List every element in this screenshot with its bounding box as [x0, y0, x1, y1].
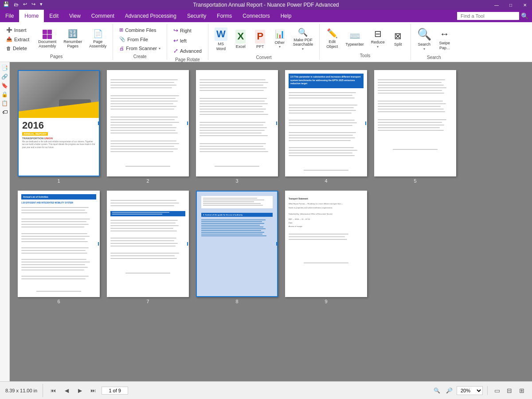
thumbnail-page-7[interactable]: 7	[103, 187, 192, 308]
redo-qat-btn[interactable]: ↪	[30, 1, 37, 8]
reduce-btn[interactable]: ⊟ Reduce ▾	[368, 27, 387, 51]
page-rotate-buttons: ↪ Right ↩ left ⤢ Advanced	[171, 26, 204, 55]
other-btn[interactable]: 📊 Other ▾	[271, 28, 289, 51]
find-tool-input[interactable]	[457, 12, 519, 20]
insert-label: Insert	[14, 27, 27, 33]
from-scanner-btn[interactable]: 🖨 From Scanner ▾	[117, 44, 163, 52]
first-page-btn[interactable]: ⏮	[48, 386, 58, 395]
thumbnail-page-5[interactable]: 5	[371, 66, 460, 187]
typewriter-btn[interactable]: ⌨️ Typewriter	[343, 29, 367, 49]
thumbnail-page-6[interactable]: Annual List of Activities 1.30 EFFICIENT…	[14, 187, 103, 308]
menu-edit[interactable]: Edit	[44, 10, 64, 22]
make-pdf-searchable-dropdown[interactable]: ▾	[302, 47, 304, 51]
thumbnail-page-4[interactable]: 2.5 This parameter is substantive and in…	[282, 66, 371, 187]
save-qat-btn[interactable]: 💾	[2, 1, 11, 8]
renumber-pages-btn[interactable]: 🔢 RenumberPages	[61, 27, 85, 50]
rotate-left-btn[interactable]: ↩ left	[171, 36, 204, 45]
minimize-btn[interactable]: —	[489, 0, 504, 10]
other-dropdown-arrow[interactable]: ▾	[279, 45, 281, 49]
page-num-8: 8	[235, 299, 238, 304]
thumbnail-page-2[interactable]: 2	[103, 66, 192, 187]
ribbon-group-convert: W MSWord X Excel P PPT 📊 Other ▾ 🔍 Make …	[208, 24, 320, 60]
find-tool-search-icon[interactable]: 🔍	[521, 12, 528, 20]
ribbon: ➕ Insert 📤 Extract 🗑 Delete	[0, 22, 532, 62]
doc-page-8: 2. Content of this guide for the use of …	[197, 192, 277, 296]
panel-tags[interactable]: 🏷	[1, 108, 9, 116]
zoom-in-btn[interactable]: 🔎	[444, 386, 454, 395]
page-assembly-label: PageAssembly	[89, 40, 106, 49]
extract-label: Extract	[14, 37, 29, 42]
search-btn[interactable]: 🔍 Search ▾	[415, 26, 434, 53]
ribbon-group-create: ⊞ Combine Files 📎 From File 🖨 From Scann…	[113, 24, 167, 60]
zoom-select[interactable]: 20% 10% 25% 50% 75% 100% 150% 200%	[457, 386, 483, 395]
menu-security[interactable]: Security	[182, 10, 211, 22]
panel-thumbnails[interactable]: 📑	[1, 64, 9, 72]
document-assembly-label: DocumentAssembly	[38, 40, 56, 49]
prev-page-btn[interactable]: ◀	[62, 386, 71, 395]
page-rotate-group-label: Page Rotate	[175, 55, 200, 62]
advanced-rotate-btn[interactable]: ⤢ Advanced	[171, 46, 204, 55]
status-bar: 8.39 x 11.00 in ⏮ ◀ ▶ ⏭ 🔍 🔎 20% 10% 25% …	[0, 381, 532, 399]
delete-btn[interactable]: 🗑 Delete	[4, 44, 32, 52]
document-assembly-btn[interactable]: DocumentAssembly	[35, 28, 59, 51]
ms-word-btn[interactable]: W MSWord	[212, 26, 230, 53]
open-qat-btn[interactable]: 🗁	[12, 1, 20, 8]
edit-object-label: EditObject	[326, 39, 338, 49]
menu-forms[interactable]: Forms	[211, 10, 237, 22]
doc-page-9: Transport Statement What Report Format —…	[286, 192, 366, 296]
undo-qat-btn[interactable]: ↩	[22, 1, 28, 8]
from-file-btn[interactable]: 📎 From File	[117, 35, 163, 43]
continuous-view-btn[interactable]: ⊟	[505, 386, 514, 395]
menu-advanced-processing[interactable]: Advanced Processing	[120, 10, 182, 22]
menu-view[interactable]: View	[64, 10, 86, 22]
from-scanner-dropdown[interactable]: ▾	[159, 47, 160, 51]
page-num-5: 5	[414, 178, 416, 184]
panel-bookmarks[interactable]: 🔖	[1, 82, 9, 90]
swipe-pages-label: SwipePap...	[439, 41, 450, 51]
menu-comment[interactable]: Comment	[86, 10, 120, 22]
thumb-wrapper-6: Annual List of Activities 1.30 EFFICIENT…	[18, 191, 100, 297]
thumbnail-page-9[interactable]: Transport Statement What Report Format —…	[282, 187, 371, 308]
maximize-btn[interactable]: □	[504, 0, 518, 10]
ppt-btn[interactable]: P PPT	[251, 28, 269, 51]
menu-home[interactable]: Home	[19, 10, 44, 22]
excel-btn[interactable]: X Excel	[232, 28, 250, 51]
close-btn[interactable]: ✕	[518, 0, 532, 10]
renumber-pages-label: RenumberPages	[63, 40, 82, 49]
search-dropdown[interactable]: ▾	[423, 47, 425, 51]
panel-security[interactable]: 🔒	[1, 90, 9, 98]
panel-links[interactable]: 🔗	[1, 73, 9, 81]
combine-files-btn[interactable]: ⊞ Combine Files	[117, 26, 163, 34]
menu-help[interactable]: Help	[275, 10, 297, 22]
page-assembly-btn[interactable]: 📄 PageAssembly	[86, 27, 109, 50]
make-pdf-searchable-btn[interactable]: 🔍 Make PDFSearchable ▾	[290, 26, 316, 53]
menu-file[interactable]: File	[0, 10, 19, 22]
insert-btn[interactable]: ➕ Insert	[4, 26, 32, 34]
thumb-wrapper-5	[374, 70, 456, 176]
next-page-btn[interactable]: ▶	[75, 386, 85, 395]
search-group-label: Search	[427, 53, 441, 60]
two-page-view-btn[interactable]: ⊞	[517, 386, 527, 395]
extract-btn[interactable]: 📤 Extract	[4, 35, 32, 43]
doc-page-5	[375, 71, 455, 176]
thumbnail-page-1[interactable]: 🚌 2016 ANNUAL REPORT TRANSPORTION UNION …	[14, 66, 103, 187]
swipe-pages-btn[interactable]: ↔️ SwipePap...	[436, 27, 454, 52]
last-page-btn[interactable]: ⏭	[88, 386, 98, 395]
thumb-wrapper-4: 2.5 This parameter is substantive and in…	[285, 70, 367, 176]
single-page-view-btn[interactable]: ▭	[492, 386, 502, 395]
window-controls: — □ ✕	[489, 0, 532, 10]
doc-page-3	[197, 71, 277, 176]
menu-connectors[interactable]: Connectors	[237, 10, 275, 22]
zoom-out-btn[interactable]: 🔍	[432, 386, 442, 395]
page-indicator-input[interactable]	[102, 387, 128, 395]
thumbnail-page-8[interactable]: 2. Content of this guide for the use of …	[192, 187, 282, 308]
search-label: Search	[418, 42, 431, 47]
split-btn[interactable]: ⊠ Split	[389, 29, 407, 49]
reduce-dropdown[interactable]: ▾	[377, 45, 379, 49]
panel-layers[interactable]: 📋	[1, 99, 9, 107]
dropdown-qat-btn[interactable]: ▾	[39, 1, 44, 8]
edit-object-btn[interactable]: ✏️ EditObject	[323, 26, 341, 51]
ribbon-group-page-rotate: ↪ Right ↩ left ⤢ Advanced Page Rotate	[167, 24, 208, 60]
thumbnail-page-3[interactable]: 3	[192, 66, 282, 187]
rotate-right-btn[interactable]: ↪ Right	[171, 26, 204, 35]
